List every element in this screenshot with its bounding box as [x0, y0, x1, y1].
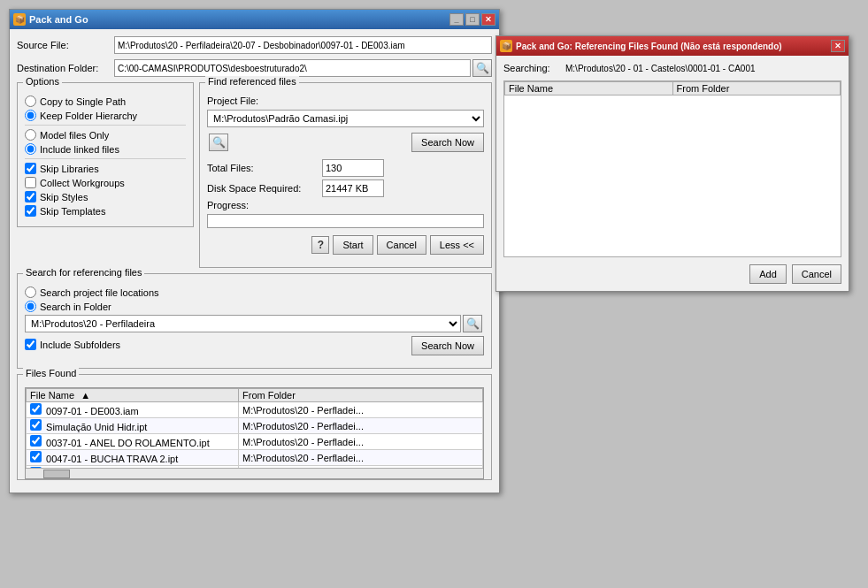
skip-libraries-label: Skip Libraries — [40, 164, 99, 174]
include-subfolders-row: Include Subfolders — [25, 339, 120, 350]
from-folder-cell: M:\Produtos\20 - Perfladei... — [239, 434, 483, 450]
file-checkbox[interactable] — [30, 451, 42, 462]
skip-templates-row: Skip Templates — [25, 205, 186, 217]
help-button[interactable]: ? — [311, 236, 329, 254]
browse-search-row: 🔍 Search Now — [207, 133, 484, 152]
from-folder-cell: M:\Produtos\20 - Perfladei... — [239, 418, 483, 434]
find-referenced-label: Find referenced files — [205, 76, 299, 87]
scrollbar-thumb[interactable] — [43, 470, 70, 478]
file-name-cell: 0097-01 - DE003.iam — [27, 402, 239, 418]
title-bar-buttons: _ □ ✕ — [449, 13, 495, 26]
file-checkbox[interactable] — [30, 419, 42, 431]
search-folder-browse-button[interactable]: 🔍 — [463, 315, 482, 332]
skip-libraries-checkbox[interactable] — [25, 163, 36, 174]
file-name-header: File Name ▲ — [27, 389, 239, 402]
source-file-row: Source File: — [17, 36, 492, 54]
include-subfolders-checkbox[interactable] — [25, 339, 36, 350]
copy-single-path-radio[interactable] — [25, 95, 36, 107]
secondary-window-title: Pack and Go: Referencing Files Found (Nã… — [516, 42, 831, 51]
search-in-folder-label: Search in Folder — [40, 302, 111, 312]
add-button[interactable]: Add — [749, 264, 787, 284]
search-now-button2[interactable]: Search Now — [411, 336, 484, 355]
subfolders-search-row: Include Subfolders Search Now — [25, 336, 484, 355]
include-linked-files-label: Include linked files — [40, 144, 119, 155]
file-name-cell: Simulação Unid Hidr.ipt — [27, 418, 239, 434]
sort-icon: ▲ — [81, 390, 90, 401]
files-found-group: Files Found File Name ▲ From Folder — [17, 374, 492, 480]
copy-single-path-row: Copy to Single Path — [25, 95, 186, 107]
search-folder-dropdown[interactable]: M:\Produtos\20 - Perfiladeira — [25, 315, 461, 332]
destination-folder-input[interactable] — [114, 59, 471, 77]
progress-bar — [207, 214, 484, 228]
model-files-only-row: Model files Only — [25, 129, 186, 141]
search-folder-row: M:\Produtos\20 - Perfiladeira 🔍 — [25, 315, 484, 332]
maximize-button[interactable]: □ — [465, 13, 480, 26]
files-table: File Name ▲ From Folder 0097-01 - DE003.… — [26, 388, 483, 468]
destination-browse-button[interactable]: 🔍 — [472, 59, 492, 77]
secondary-close-button[interactable]: ✕ — [831, 40, 845, 52]
file-checkbox[interactable] — [30, 435, 42, 447]
files-list-container: File Name ▲ From Folder 0097-01 - DE003.… — [25, 387, 484, 479]
file-name-text: 0097-01 - DE003.iam — [46, 406, 139, 416]
file-name-cell: 0047-01 - BUCHA TRAVA 2.ipt — [27, 450, 239, 466]
main-columns: Options Copy to Single Path Keep Folder … — [17, 82, 492, 273]
search-project-radio[interactable] — [25, 286, 36, 298]
search-now-button[interactable]: Search Now — [411, 133, 484, 152]
table-row: 0037-01 - ANEL DO ROLAMENTO.ipt M:\Produ… — [27, 434, 483, 450]
from-folder-col-label: From Folder — [242, 390, 296, 401]
start-button[interactable]: Start — [333, 235, 373, 255]
file-name-text: Simulação Unid Hidr.ipt — [46, 422, 147, 432]
project-file-input-row: M:\Produtos\Padrão Camasi.ipj — [207, 110, 484, 127]
collect-workgroups-checkbox[interactable] — [25, 177, 36, 188]
right-column: Find referenced files Project File: M:\P… — [199, 82, 492, 273]
model-files-only-label: Model files Only — [40, 130, 109, 141]
total-files-label: Total Files: — [207, 163, 322, 173]
total-files-input — [322, 159, 384, 177]
from-folder-cell: M:\Produtos\20 - Perfladei... — [239, 402, 483, 418]
cancel-button[interactable]: Cancel — [377, 235, 426, 255]
disk-space-label: Disk Space Required: — [207, 183, 322, 194]
file-name-col-label: File Name — [30, 390, 74, 401]
search-project-label: Search project file locations — [40, 287, 159, 298]
from-folder-cell: M:\Produtos\20 - Perfladei... — [239, 450, 483, 466]
files-found-label: Files Found — [23, 368, 79, 378]
files-table-body: 0097-01 - DE003.iam M:\Produtos\20 - Per… — [27, 402, 483, 469]
collect-workgroups-label: Collect Workgroups — [40, 178, 125, 188]
secondary-window-icon: 📦 — [500, 40, 512, 52]
model-files-only-radio[interactable] — [25, 129, 36, 141]
file-checkbox[interactable] — [30, 403, 42, 415]
search-in-folder-radio[interactable] — [25, 301, 36, 312]
main-content: Source File: Destination Folder: 🔍 Optio… — [10, 29, 499, 493]
project-file-dropdown[interactable]: M:\Produtos\Padrão Camasi.ipj — [207, 110, 484, 127]
project-file-row: Project File: — [207, 95, 484, 106]
keep-folder-hierarchy-radio[interactable] — [25, 110, 36, 121]
source-file-input[interactable] — [114, 36, 492, 54]
minimize-button[interactable]: _ — [449, 13, 464, 26]
less-button[interactable]: Less << — [430, 235, 484, 255]
secondary-window: 📦 Pack and Go: Referencing Files Found (… — [495, 35, 849, 292]
search-in-folder-row: Search in Folder — [25, 301, 484, 312]
include-linked-files-row: Include linked files — [25, 143, 186, 155]
destination-folder-row: Destination Folder: 🔍 — [17, 59, 492, 77]
horizontal-scrollbar[interactable] — [26, 468, 483, 478]
source-file-label: Source File: — [17, 40, 114, 50]
secondary-cancel-button[interactable]: Cancel — [792, 264, 841, 284]
search-project-row: Search project file locations — [25, 286, 484, 298]
main-window-title: Pack and Go — [29, 14, 449, 25]
skip-templates-checkbox[interactable] — [25, 205, 36, 217]
file-name-text: 0047-01 - BUCHA TRAVA 2.ipt — [46, 454, 178, 464]
close-button[interactable]: ✕ — [481, 13, 495, 26]
disk-space-row: Disk Space Required: — [207, 179, 484, 197]
searching-label: Searching: — [503, 63, 565, 73]
file-checkbox[interactable] — [30, 467, 42, 468]
options-group-label: Options — [23, 76, 62, 87]
project-browse-button[interactable]: 🔍 — [209, 134, 228, 151]
main-window-icon: 📦 — [13, 13, 26, 26]
table-row: 0047-01 - BUCHA TRAVA 2.ipt M:\Produtos\… — [27, 450, 483, 466]
files-scroll-area[interactable]: File Name ▲ From Folder 0097-01 - DE003.… — [26, 388, 483, 468]
files-table-header: File Name ▲ From Folder — [27, 389, 483, 402]
skip-styles-checkbox[interactable] — [25, 191, 36, 202]
file-name-cell: 0037-01 - ANEL DO ROLAMENTO.ipt — [27, 434, 239, 450]
secondary-title-bar: 📦 Pack and Go: Referencing Files Found (… — [496, 36, 849, 56]
include-linked-files-radio[interactable] — [25, 143, 36, 155]
